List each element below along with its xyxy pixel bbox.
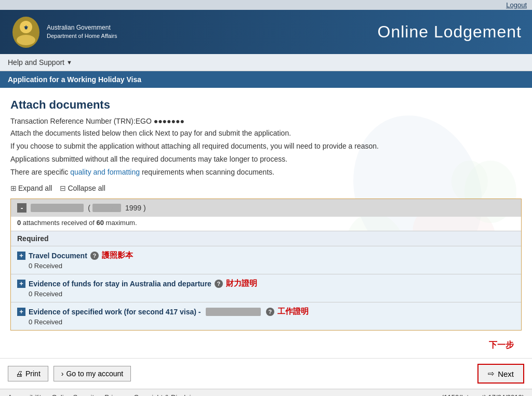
attachments-received: 0: [17, 219, 21, 227]
section-header: - ●●●●● ( ●●● 1999 ): [11, 199, 521, 217]
info-pre: There are specific: [10, 168, 70, 176]
sub-header-title: Application for a Working Holiday Visa: [8, 75, 141, 84]
info-line-1: Attach the documents listed below then c…: [10, 128, 522, 139]
next-chinese-label: 下一步: [10, 336, 522, 353]
info-post: requirements when scanning documents.: [140, 168, 274, 176]
doc-chinese-work: 工作證明: [277, 307, 309, 316]
doc-row-funds: + Evidence of funds for stay in Australi…: [11, 274, 521, 302]
attachments-label: attachments received of: [23, 219, 95, 227]
section-paren-close: ): [143, 204, 146, 212]
doc-row-title-work: + Evidence of specified work (for second…: [17, 307, 515, 316]
svg-text:⚜: ⚜: [23, 24, 29, 31]
chevron-down-icon: ▼: [66, 59, 72, 65]
print-label: Print: [25, 369, 41, 378]
info-line-3: Applications submitted without all the r…: [10, 154, 522, 165]
footer-left-buttons: 🖨 Print › Go to my account: [8, 366, 131, 381]
doc-row-title-travel: + Travel Document ? 護照影本: [17, 250, 515, 260]
go-to-account-button[interactable]: › Go to my account: [54, 366, 131, 381]
copyright-link[interactable]: Copyright & Disclaimer: [134, 393, 202, 396]
svg-point-3: [17, 35, 35, 45]
doc-name-work: Evidence of specified work (for second 4…: [29, 308, 201, 316]
attachments-max-label: maximum.: [106, 219, 137, 227]
section-box: - ●●●●● ( ●●● 1999 ) 0 attachments recei…: [10, 199, 522, 331]
doc-received-funds: 0 Received: [29, 290, 515, 298]
main-content: Attach documents Transaction Reference N…: [0, 88, 532, 358]
trn-line: Transaction Reference Number (TRN):EGO ●…: [10, 117, 522, 125]
security-link[interactable]: Online Security: [51, 393, 97, 396]
doc-received-travel: 0 Received: [29, 262, 515, 270]
section-paren-open: (: [88, 204, 90, 212]
trn-label: Transaction Reference Number (TRN):EGO: [10, 117, 152, 125]
next-label: Next: [498, 369, 514, 378]
collapse-all-label: Collapse all: [68, 184, 105, 192]
printer-icon: 🖨: [16, 369, 23, 378]
logout-link[interactable]: Logout: [506, 1, 527, 9]
help-support-label: Help and Support: [8, 58, 64, 67]
gov-name: Australian Government: [47, 23, 117, 32]
help-support-menu[interactable]: Help and Support ▼: [8, 58, 72, 67]
section-title: ●●●●● ( ●●● 1999 ): [31, 204, 146, 212]
doc-add-funds-button[interactable]: +: [17, 280, 25, 288]
doc-redacted-work: ●●●: [206, 308, 260, 316]
version-text: (1150(Internet) 17/04/2019): [442, 393, 524, 396]
nav-bar: Help and Support ▼: [0, 54, 532, 71]
privacy-link[interactable]: Privacy: [104, 393, 127, 396]
account-label: Go to my account: [66, 369, 123, 378]
section-blurred-name: ●●●●●: [31, 204, 84, 212]
header-logo-text: Australian Government Department of Home…: [47, 23, 117, 40]
next-arrow-icon: ⇨: [488, 369, 495, 378]
footer-links: Accessibility Online Security Privacy Co…: [0, 389, 532, 396]
doc-row-work: + Evidence of specified work (for second…: [11, 302, 521, 330]
doc-received-work: 0 Received: [29, 318, 515, 326]
trn-value: ●●●●●●●: [154, 117, 184, 125]
doc-name-funds: Evidence of funds for stay in Australia …: [29, 280, 211, 288]
collapse-icon: ⊟: [60, 184, 66, 192]
collapse-all-link[interactable]: ⊟ Collapse all: [60, 184, 105, 192]
page-title: Attach documents: [10, 98, 522, 112]
footer-buttons: 🖨 Print › Go to my account ⇨ Next: [0, 358, 532, 389]
quality-formatting-link[interactable]: quality and formatting: [70, 168, 140, 176]
expand-all-label: Expand all: [18, 184, 52, 192]
sub-header: Application for a Working Holiday Visa: [0, 71, 532, 88]
doc-help-funds-icon[interactable]: ?: [215, 280, 223, 288]
doc-row-title-funds: + Evidence of funds for stay in Australi…: [17, 279, 515, 288]
section-year: 1999: [125, 204, 141, 212]
footer-link-list: Accessibility Online Security Privacy Co…: [8, 393, 203, 396]
expand-all-link[interactable]: ⊞ Expand all: [10, 184, 52, 192]
doc-help-travel-icon[interactable]: ?: [90, 252, 99, 260]
header-logo: ⚜ Australian Government Department of Ho…: [10, 14, 117, 50]
chevron-right-icon: ›: [61, 369, 64, 378]
header-title: Online Lodgement: [377, 22, 522, 42]
info-line-4: There are specific quality and formattin…: [10, 167, 522, 178]
doc-row-travel: + Travel Document ? 護照影本 0 Received: [11, 246, 521, 274]
top-bar: Logout: [0, 0, 532, 10]
print-button[interactable]: 🖨 Print: [8, 366, 48, 381]
next-button[interactable]: ⇨ Next: [477, 364, 524, 384]
attachments-max: 60: [97, 219, 104, 227]
doc-name-travel: Travel Document: [29, 252, 87, 260]
required-header: Required: [11, 231, 521, 246]
logo-crest-icon: ⚜: [10, 14, 42, 50]
doc-chinese-travel: 護照影本: [102, 250, 133, 260]
doc-chinese-funds: 財力證明: [226, 279, 257, 288]
section-collapse-button[interactable]: -: [17, 203, 26, 213]
accessibility-link[interactable]: Accessibility: [8, 393, 45, 396]
header: ⚜ Australian Government Department of Ho…: [0, 10, 532, 54]
dept-name: Department of Home Affairs: [47, 32, 117, 40]
info-line-2: If you choose to submit the application …: [10, 141, 522, 152]
expand-collapse-bar: ⊞ Expand all ⊟ Collapse all: [10, 184, 522, 192]
doc-help-work-icon[interactable]: ?: [266, 308, 274, 316]
expand-icon: ⊞: [10, 184, 17, 192]
attachment-count: 0 attachments received of 60 maximum.: [11, 217, 521, 231]
doc-add-work-button[interactable]: +: [17, 308, 25, 316]
doc-add-travel-button[interactable]: +: [17, 252, 25, 260]
section-blurred-year-pre: ●●●: [92, 204, 121, 212]
